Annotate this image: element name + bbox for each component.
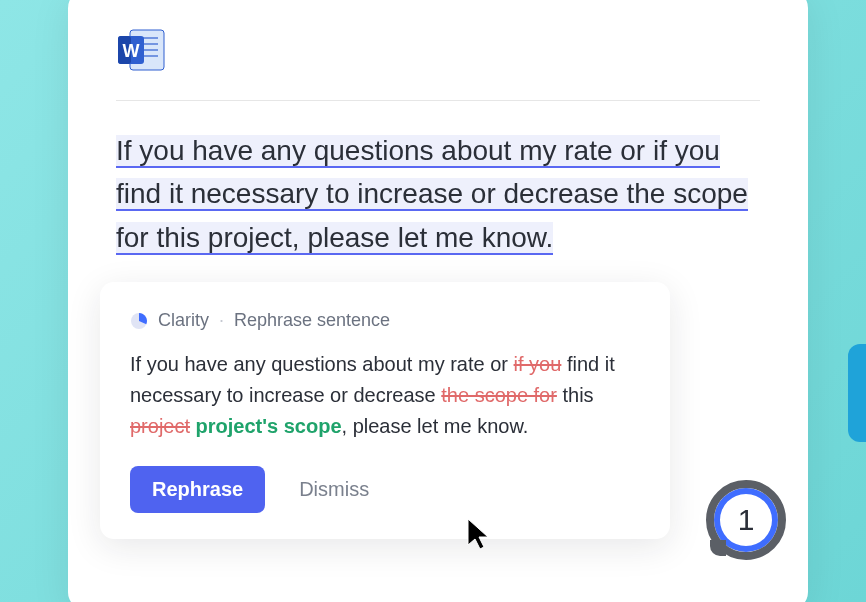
svg-text:W: W — [123, 41, 140, 61]
suggestion-text-seg: this — [557, 384, 594, 406]
card-actions: Rephrase Dismiss — [130, 466, 640, 513]
suggestion-body: If you have any questions about my rate … — [130, 349, 640, 442]
divider — [116, 100, 760, 101]
rephrase-button[interactable]: Rephrase — [130, 466, 265, 513]
suggestion-action-label: Rephrase sentence — [234, 310, 390, 331]
sentence-text: If you have any questions about my rate … — [116, 135, 748, 255]
card-header: Clarity · Rephrase sentence — [130, 310, 640, 331]
strike-text: project — [130, 415, 190, 437]
strike-text: if you — [514, 353, 562, 375]
pie-chart-icon — [130, 312, 148, 330]
side-tab[interactable] — [848, 344, 866, 442]
fab-count: 1 — [738, 503, 755, 537]
word-icon: W — [116, 28, 166, 76]
suggestion-category: Clarity — [158, 310, 209, 331]
insert-text: project's scope — [190, 415, 341, 437]
strike-text: the scope for — [441, 384, 557, 406]
suggestion-card: Clarity · Rephrase sentence If you have … — [100, 282, 670, 539]
suggestion-count-fab[interactable]: 1 — [706, 480, 786, 560]
suggestion-text-seg: If you have any questions about my rate … — [130, 353, 514, 375]
dismiss-button[interactable]: Dismiss — [293, 477, 375, 502]
separator-dot: · — [219, 310, 224, 331]
highlighted-sentence[interactable]: If you have any questions about my rate … — [116, 129, 760, 259]
suggestion-text-seg: , please let me know. — [342, 415, 529, 437]
